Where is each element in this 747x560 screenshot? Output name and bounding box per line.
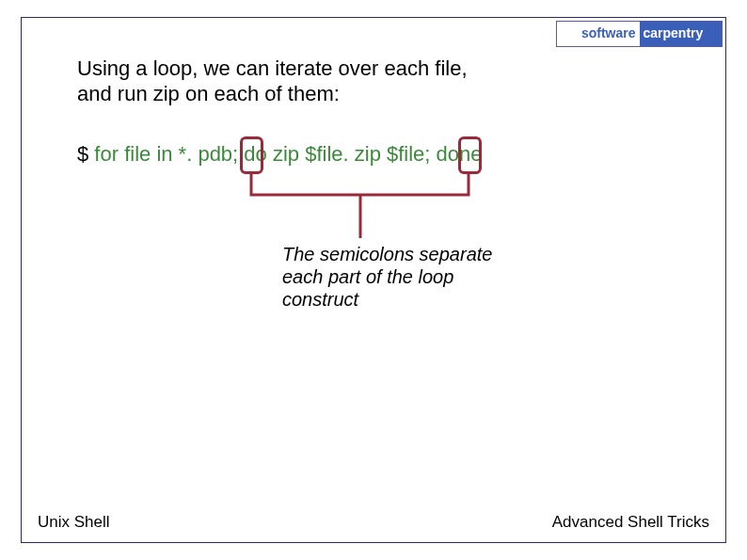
logo-text-left: software: [581, 25, 636, 40]
cmd-prompt: $: [77, 142, 94, 166]
highlight-semi-1: [240, 136, 263, 174]
logo-left: software: [557, 22, 640, 46]
intro-line-2: and run zip on each of them:: [77, 82, 340, 105]
footer-left: Unix Shell: [38, 513, 110, 532]
logo: software carpentry: [556, 21, 723, 47]
intro-line-1: Using a loop, we can iterate over each f…: [77, 56, 468, 80]
intro-text: Using a loop, we can iterate over each f…: [77, 56, 604, 107]
command-line: $ for file in *. pdb; do zip $file. zip …: [77, 142, 483, 167]
logo-text-right: carpentry: [644, 25, 704, 40]
cmd-part-1: for file in *. pdb: [94, 142, 232, 166]
annotation-text: The semicolons separate each part of the…: [282, 243, 508, 311]
footer-right: Advanced Shell Tricks: [552, 513, 709, 532]
cmd-part-2: do zip $file. zip $file: [244, 142, 424, 166]
highlight-semi-2: [458, 136, 482, 174]
logo-right: carpentry: [640, 22, 723, 46]
